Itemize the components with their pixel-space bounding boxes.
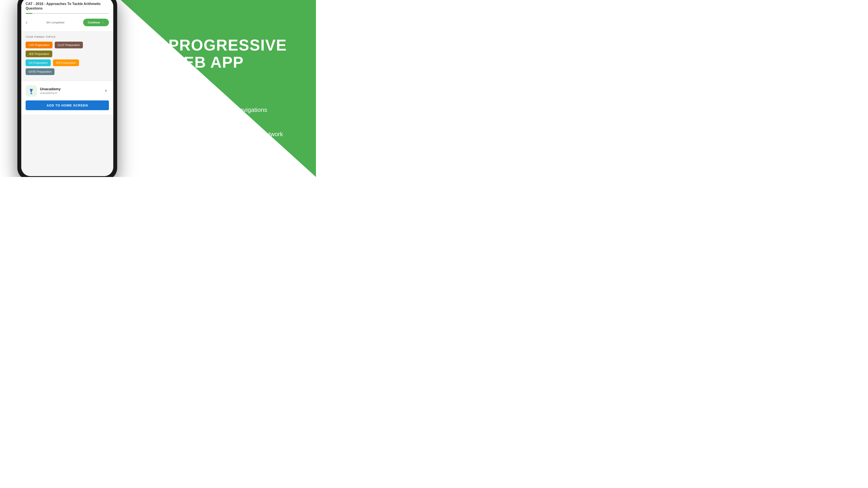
- pwa-features-list: Fast loading One click access Smooth ani…: [168, 79, 303, 140]
- feature-item: Good experience on 2G and 3G network: [168, 128, 303, 140]
- feature-item: One click access: [168, 92, 303, 104]
- feature-item: Fast loading: [168, 79, 303, 92]
- svg-rect-1: [31, 93, 32, 94]
- tag-gate[interactable]: GATE Preparation: [26, 68, 55, 75]
- tags-row-2: CA Preparation IES Preparation GATE Prep…: [26, 59, 109, 75]
- app-info: Unacademy unacademy.in: [26, 85, 61, 97]
- pwa-info-panel: PROGRESSIVE WEB APP Fast loading One cli…: [168, 37, 303, 140]
- lesson-card: CAT - 2016 : Approaches To Tackle Arithm…: [21, 0, 113, 31]
- lesson-title: CAT - 2016 : Approaches To Tackle Arithm…: [26, 2, 109, 11]
- add-to-home-button[interactable]: ADD TO HOME SCREEN: [26, 100, 109, 110]
- svg-rect-2: [30, 94, 33, 94]
- phone-inner-frame: CAT - 2016 : Approaches To Tackle Arithm…: [21, 0, 113, 176]
- pwa-title: PROGRESSIVE WEB APP: [168, 37, 303, 71]
- add-to-home-popup: Unacademy unacademy.in × ADD TO HOME SCR…: [21, 81, 113, 115]
- app-icon: [26, 85, 37, 97]
- progress-bar-fill: [26, 13, 32, 14]
- prev-arrow-icon[interactable]: ‹: [26, 19, 28, 26]
- app-url-label: unacademy.in: [40, 91, 61, 95]
- progress-bar-container: [26, 13, 109, 14]
- tag-cat[interactable]: CAT Preparation: [26, 42, 53, 48]
- feature-item: Less data consumption: [168, 116, 303, 128]
- popup-header: Unacademy unacademy.in ×: [26, 85, 109, 97]
- phone-outer-frame: CAT - 2016 : Approaches To Tackle Arithm…: [18, 0, 117, 177]
- tag-ca[interactable]: CA Preparation: [26, 59, 51, 66]
- pinned-topics-section: YOUR PINNED TOPICS CAT Preparation CLAT …: [21, 32, 113, 81]
- tag-jee[interactable]: JEE Preparation: [26, 51, 52, 57]
- pinned-topics-label: YOUR PINNED TOPICS: [26, 36, 109, 38]
- app-text-info: Unacademy unacademy.in: [40, 87, 61, 95]
- app-name-label: Unacademy: [40, 87, 61, 91]
- close-button[interactable]: ×: [103, 88, 109, 94]
- phone-screen: CAT - 2016 : Approaches To Tackle Arithm…: [21, 0, 113, 176]
- feature-item: Smooth animation and navigations: [168, 104, 303, 116]
- tags-row-1: CAT Preparation CLAT Preparation JEE Pre…: [26, 42, 109, 57]
- phone-mockup: CAT - 2016 : Approaches To Tackle Arithm…: [18, 0, 126, 177]
- continue-button[interactable]: Continue →: [83, 19, 109, 26]
- unacademy-icon-svg: [27, 87, 35, 95]
- continue-arrow-icon: →: [101, 21, 104, 24]
- tag-clat[interactable]: CLAT Preparation: [55, 42, 83, 48]
- tag-ies[interactable]: IES Preparation: [53, 59, 79, 66]
- progress-text: 8% completed: [46, 21, 64, 24]
- lesson-nav-row: ‹ 8% completed Continue →: [26, 17, 109, 28]
